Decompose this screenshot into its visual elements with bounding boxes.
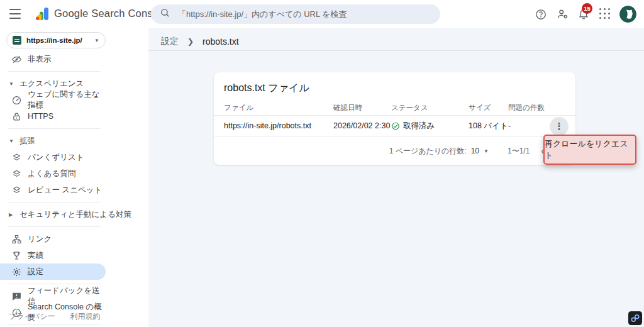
sidebar-item-faq[interactable]: よくある質問 (0, 165, 106, 182)
sidebar-item-label: リンク (28, 234, 52, 245)
divider (8, 128, 101, 129)
cell-file-url: https://in-site.jp/robots.txt (224, 121, 311, 130)
app-title: Google Search Console (54, 8, 167, 19)
sidebar-item-label: 設定 (28, 267, 43, 277)
sidebar-item-links[interactable]: リンク (0, 231, 106, 247)
rows-per-page-value[interactable]: 10 (471, 147, 479, 155)
sidebar-item-core-web-vitals[interactable]: ウェブに関する主な指標 (0, 92, 106, 108)
sidebar-item-breadcrumbs[interactable]: パンくずリスト (0, 149, 106, 165)
trophy-icon (11, 250, 22, 261)
divider (8, 324, 101, 325)
url-inspection-searchbar[interactable] (151, 4, 440, 24)
breadcrumb-current: robots.txt (203, 36, 239, 47)
divider (148, 50, 644, 51)
gear-icon (11, 267, 22, 277)
triangle-right-icon: ▶ (9, 212, 15, 218)
column-header-status: ステータス (391, 103, 428, 112)
sidebar-section-enhancements[interactable]: ▼ 拡張 (0, 133, 148, 149)
eye-off-icon (11, 54, 22, 65)
sidebar-section-label: セキュリティと手動による対策 (19, 209, 131, 220)
help-icon[interactable] (534, 8, 548, 21)
request-recrawl-menu-item[interactable]: 再クロールをリクエスト (543, 135, 636, 165)
sidebar-footer: プライバシー 利用規約 (9, 311, 100, 322)
divider (8, 226, 101, 227)
feedback-icon (11, 291, 22, 302)
sidebar: https://in-site.jp/ ▼ 非表示 ▼ エクスペリエンス ウェブ… (0, 28, 148, 327)
layers-icon (11, 169, 22, 179)
sidebar-item-label: よくある質問 (28, 169, 75, 179)
sidebar-section-label: エクスペリエンス (19, 79, 84, 89)
pagination-range: 1〜1/1 (508, 146, 530, 157)
sidebar-item-hidden[interactable]: 非表示 (0, 51, 106, 67)
speedometer-icon (11, 95, 22, 106)
lock-icon (11, 111, 22, 122)
table-row[interactable]: https://in-site.jp/robots.txt 2026/02/02… (214, 115, 575, 136)
chevron-down-icon: ▼ (94, 38, 99, 43)
triangle-down-icon: ▼ (9, 81, 15, 87)
terms-link[interactable]: 利用規約 (70, 311, 100, 322)
sidebar-item-label: ウェブに関する主な指標 (28, 89, 106, 111)
search-console-logo-icon[interactable] (35, 6, 50, 21)
notifications-icon[interactable]: 15 (577, 8, 591, 21)
column-header-file: ファイル (224, 103, 253, 112)
sidebar-item-label: HTTPS (28, 112, 53, 121)
org-chart-icon (11, 234, 22, 245)
triangle-down-icon: ▼ (9, 138, 15, 144)
card-title: robots.txt ファイル (224, 82, 309, 95)
property-favicon (13, 36, 21, 45)
search-icon (160, 8, 170, 21)
column-header-checked: 確認日時 (333, 103, 362, 112)
sidebar-item-label: レビュー スニペット (28, 185, 102, 196)
sidebar-item-label: 非表示 (28, 54, 52, 65)
sidebar-item-achievements[interactable]: 実績 (0, 247, 106, 263)
sidebar-item-label: パンくずリスト (28, 152, 84, 163)
status-text: 取得済み (403, 121, 435, 131)
request-recrawl-label: 再クロールをリクエスト (545, 138, 635, 161)
url-inspection-input[interactable] (178, 9, 417, 19)
top-header: Google Search Console 15 (0, 0, 644, 28)
sidebar-item-label: 実績 (28, 250, 43, 261)
account-avatar[interactable] (619, 6, 636, 23)
cell-status: 取得済み (391, 121, 435, 131)
main-content: 設定 ❯ robots.txt robots.txt ファイル ファイル 確認日… (148, 28, 644, 327)
check-circle-icon (391, 121, 400, 130)
layers-icon (11, 185, 22, 196)
table-header-row: ファイル 確認日時 ステータス サイズ 問題の件数 (214, 100, 575, 114)
chevron-down-icon[interactable]: ▼ (484, 148, 489, 154)
user-settings-icon[interactable] (555, 8, 569, 21)
column-header-size: サイズ (469, 103, 491, 112)
privacy-link[interactable]: プライバシー (9, 311, 55, 322)
sidebar-section-label: 拡張 (19, 136, 35, 147)
cell-issues: - (508, 121, 511, 130)
breadcrumb-settings-link[interactable]: 設定 (161, 36, 179, 47)
notification-count-badge: 15 (582, 3, 592, 14)
property-url: https://in-site.jp/ (26, 36, 89, 44)
column-header-issues: 問題の件数 (508, 103, 545, 112)
property-selector[interactable]: https://in-site.jp/ ▼ (6, 32, 106, 48)
cell-size: 108 バイト (469, 121, 508, 131)
chevron-right-icon: ❯ (187, 37, 194, 46)
link-extension-icon[interactable] (628, 311, 642, 325)
sidebar-section-security[interactable]: ▶ セキュリティと手動による対策 (0, 206, 148, 223)
robots-txt-card: robots.txt ファイル ファイル 確認日時 ステータス サイズ 問題の件… (214, 72, 575, 165)
sidebar-item-review-snippets[interactable]: レビュー スニペット (0, 182, 106, 198)
divider (8, 202, 101, 202)
divider (8, 284, 101, 284)
pagination-bar: 1 ページあたりの行数: 10 ▼ 1〜1/1 ‹ (214, 137, 575, 165)
google-apps-grid-icon[interactable] (598, 8, 612, 21)
layers-icon (11, 152, 22, 163)
cell-checked-at: 2026/02/02 2:30 (333, 121, 390, 130)
rows-per-page-label: 1 ページあたりの行数: (389, 146, 467, 157)
divider (8, 71, 101, 72)
sidebar-item-settings[interactable]: 設定 (0, 263, 106, 280)
breadcrumb: 設定 ❯ robots.txt (161, 33, 239, 50)
dots-vertical-icon: ⋮ (555, 121, 564, 132)
hamburger-menu-icon[interactable] (9, 9, 21, 19)
row-overflow-menu-button[interactable]: ⋮ (550, 117, 569, 136)
